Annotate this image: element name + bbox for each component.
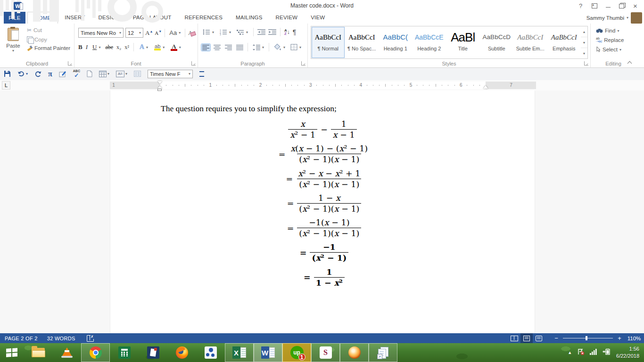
paste-button[interactable]: Paste ▾ (3, 26, 24, 59)
increase-indent-button[interactable] (268, 29, 276, 35)
zoom-slider-thumb[interactable] (586, 336, 587, 340)
cut-button[interactable]: ✂Cut (25, 26, 72, 34)
font-dialog-launcher[interactable] (191, 61, 196, 66)
tab-references[interactable]: REFERENCES (178, 12, 229, 23)
word-taskbar-button[interactable]: W (254, 343, 282, 362)
underline-button[interactable]: U▾ (91, 43, 102, 51)
notes-app-taskbar-button[interactable] (139, 343, 167, 362)
document-paragraph[interactable]: The question requires you to simplify th… (161, 104, 535, 114)
upwork-taskbar-button[interactable]: up1 (282, 343, 311, 362)
help-button[interactable]: ? (574, 1, 587, 11)
orange-globe-app-taskbar-button[interactable] (340, 343, 369, 362)
tab-design[interactable]: DESIGN (91, 12, 126, 23)
file-explorer-taskbar-button[interactable] (24, 343, 52, 362)
style-subtle-em[interactable]: AaBbCcISubtle Em... (514, 27, 547, 58)
toolbar-more-button[interactable] (199, 71, 204, 77)
line-spacing-button[interactable]: ▾ (251, 44, 265, 51)
excel-taskbar-button[interactable]: X (225, 343, 254, 362)
shading-button[interactable]: ▾ (272, 43, 287, 51)
horizontal-ruler[interactable]: 1 123456 7 (110, 82, 536, 89)
user-avatar[interactable] (631, 12, 642, 24)
network-signal-icon[interactable] (590, 348, 597, 357)
numbering-button[interactable]: 123 ▾ (218, 28, 232, 36)
new-document-button[interactable] (87, 70, 92, 77)
chrome-taskbar-button[interactable] (81, 343, 110, 362)
right-indent-marker[interactable] (483, 85, 488, 89)
styles-more-button[interactable]: ▼ (581, 48, 587, 58)
subscript-button[interactable]: x₂ (116, 44, 121, 51)
math-line[interactable]: =x² − x − x² + 1(x² − 1)(x − 1) (110, 169, 535, 189)
tab-review[interactable]: REVIEW (269, 12, 305, 23)
borders-button[interactable]: ▾ (289, 43, 303, 51)
save-button[interactable] (4, 70, 11, 77)
math-line[interactable]: =x(x − 1) − (x² − 1)(x² − 1)(x − 1) (110, 144, 535, 164)
bullets-button[interactable]: ▾ (201, 28, 215, 36)
sort-button[interactable]: AZ ↓ (284, 29, 290, 35)
zoom-in-button[interactable]: + (615, 335, 624, 342)
zoom-slider-track[interactable] (563, 338, 613, 338)
zoom-level[interactable]: 110% (624, 336, 644, 341)
replace-button[interactable]: ab⇢ac Replace (594, 37, 625, 43)
indent-markers[interactable] (157, 81, 163, 92)
format-painter-button[interactable]: Format Painter (25, 45, 72, 51)
style-heading-1[interactable]: AaBbC(Heading 1 (379, 27, 412, 58)
battery-icon[interactable] (603, 348, 611, 357)
undo-button[interactable]: ▾ (17, 71, 28, 77)
close-button[interactable]: × (628, 1, 642, 11)
style-heading-2[interactable]: AaBbCcEHeading 2 (413, 27, 446, 58)
italic-button[interactable]: I (86, 43, 88, 51)
tab-stop-selector[interactable]: L (2, 81, 10, 90)
font-color-button[interactable]: A▾ (169, 43, 182, 51)
ribbon-display-options-button[interactable] (587, 1, 601, 11)
columns-button[interactable] (134, 71, 141, 77)
spelling-grammar-button[interactable]: ABC ✓ (73, 69, 80, 78)
justify-button[interactable] (235, 44, 244, 51)
text-box-button[interactable]: A≡▾ (116, 71, 127, 77)
equation-button[interactable]: π (48, 70, 52, 78)
bold-button[interactable]: B (78, 43, 83, 51)
tab-view[interactable]: VIEW (304, 12, 331, 23)
multilevel-list-button[interactable]: ▾ (235, 28, 249, 36)
zoom-out-button[interactable]: − (552, 335, 561, 342)
left-indent-marker[interactable] (157, 89, 162, 91)
action-center-icon[interactable] (577, 348, 585, 357)
font-name-combo[interactable]: Times New Ro▾ (78, 28, 124, 38)
print-layout-button[interactable] (520, 333, 533, 343)
tab-insert[interactable]: INSERT (58, 12, 91, 23)
strikethrough-button[interactable]: abe (105, 44, 113, 51)
tab-file[interactable]: FILE (4, 12, 25, 24)
start-button[interactable] (0, 343, 24, 362)
shrink-font-button[interactable]: A▼ (155, 30, 162, 36)
paragraph-dialog-launcher[interactable] (301, 61, 305, 66)
math-line[interactable]: =11 − x² (110, 267, 535, 288)
show-hide-pilcrow-button[interactable]: ¶ (293, 28, 297, 36)
firefox-taskbar-button[interactable] (167, 343, 196, 362)
math-equations-block[interactable]: xx² − 1−1x − 1=x(x − 1) − (x² − 1)(x² − … (110, 119, 535, 288)
select-button[interactable]: Select▾ (594, 46, 625, 53)
superscript-button[interactable]: x² (124, 44, 129, 51)
calculator-taskbar-button[interactable] (110, 343, 139, 362)
minimize-button[interactable] (601, 1, 615, 11)
style-emphasis[interactable]: AaBbCcIEmphasis (548, 27, 581, 58)
style-subtitle[interactable]: AaBbCcDSubtitle (480, 27, 513, 58)
slack-taskbar-button[interactable]: S (311, 343, 340, 362)
insert-table-button[interactable]: ▾ (99, 71, 109, 77)
font-size-combo[interactable]: 12▾ (125, 28, 143, 38)
account-area[interactable]: Sammy Thumbi ▾ (586, 12, 642, 24)
first-line-indent-marker[interactable] (157, 81, 162, 84)
grow-font-button[interactable]: A▲ (145, 29, 153, 37)
word-count[interactable]: 32 WORDS (42, 336, 80, 341)
math-line[interactable]: =1 − x(x² − 1)(x − 1) (110, 193, 535, 214)
web-layout-button[interactable] (533, 333, 545, 343)
collapse-ribbon-button[interactable] (627, 61, 632, 65)
math-line[interactable]: =−1(x² − 1) (110, 242, 535, 263)
clear-formatting-button[interactable] (188, 30, 196, 36)
style-normal[interactable]: AaBbCcI¶ Normal (312, 27, 345, 58)
tab-page-layout[interactable]: PAGE LAYOUT (126, 12, 178, 23)
style-no-spac[interactable]: AaBbCcI¶ No Spac... (346, 27, 379, 58)
proofing-errors-icon[interactable] (87, 335, 94, 342)
align-left-button[interactable] (201, 44, 210, 51)
styles-dialog-launcher[interactable] (584, 61, 588, 66)
redo-button[interactable] (34, 71, 41, 77)
read-mode-button[interactable] (508, 333, 520, 343)
